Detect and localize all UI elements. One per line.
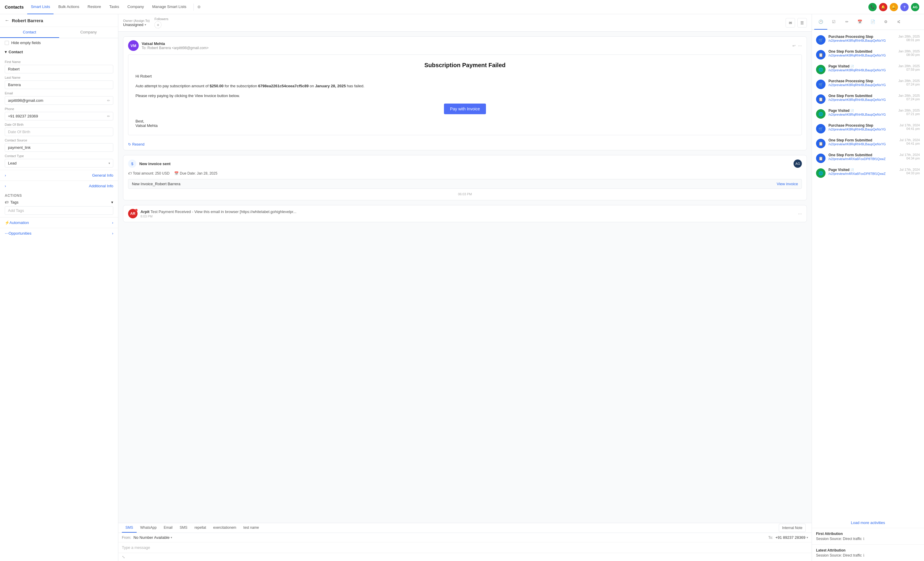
pencil-icon[interactable]: ✏	[840, 14, 853, 30]
email-body: Subscription Payment Failed Hi Robert Au…	[123, 54, 807, 140]
notes-icon[interactable]: ☑	[827, 14, 840, 30]
phone-label: Phone	[5, 107, 113, 111]
contact-source-label: Contact Source	[5, 138, 113, 142]
latest-attribution-session: Session Source: Direct traffic ℹ	[816, 553, 920, 558]
tab-company[interactable]: Company	[59, 27, 118, 38]
test-payment-row: AR Arpit Test Payment Received - View th…	[123, 205, 807, 222]
compose-tab-sms2[interactable]: SMS	[176, 523, 191, 532]
more-options-icon[interactable]: ⋯	[798, 44, 802, 48]
dob-input[interactable]: Date Of Birth	[5, 128, 113, 136]
activity-link[interactable]: /v2/preview/m4RXa6FoxDP8TBf1QxwZ	[828, 172, 890, 176]
email-greeting: Hi Robert	[135, 74, 795, 80]
email-edit-icon[interactable]: ✏	[107, 99, 110, 103]
calendar-icon[interactable]: 📅	[853, 14, 866, 30]
pay-with-invoice-button[interactable]: Pay with Invoice	[444, 104, 486, 114]
latest-attribution-title: Latest Attribution	[816, 548, 920, 552]
branch-icon[interactable]: ⑆	[892, 14, 905, 30]
compose-tab-repellat[interactable]: repellat	[191, 523, 209, 532]
email-sender-name: Vatsal Mehta	[142, 41, 208, 46]
tab-manage-smart-lists[interactable]: Manage Smart Lists	[148, 0, 190, 14]
additional-info-label: Additional Info	[89, 184, 113, 188]
invoice-link-name: New Invoice_Robert Barrera	[132, 182, 180, 186]
invoice-dollar-icon: $	[128, 159, 136, 168]
additional-info-header[interactable]: › Additional Info	[0, 181, 118, 191]
email-sender-info: Vatsal Mehta To: Robert Barrera <arpittt…	[142, 41, 208, 50]
compose-tab-sms[interactable]: SMS	[122, 523, 136, 532]
automation-header[interactable]: ⚡ Automation ›	[0, 218, 118, 228]
tab-bulk-actions[interactable]: Bulk Actions	[55, 0, 83, 14]
email-input[interactable]: arpittt98@gmail.com ✏	[5, 96, 113, 105]
activity-content: Purchase Processing Step /v2/preview/rK8…	[828, 123, 890, 131]
nav-notification-icon[interactable]: 🔔	[879, 3, 887, 11]
compose-tab-exercitationem[interactable]: exercitationem	[210, 523, 240, 532]
reply-icon[interactable]: ↩	[792, 44, 796, 48]
activity-link[interactable]: /v2/preview/rK8RqRhH9LBaupQeNxYG	[828, 68, 890, 72]
first-name-label: First Name	[5, 60, 113, 64]
tab-company[interactable]: Company	[124, 0, 148, 14]
invoice-amount-icon: 🏷	[128, 171, 132, 176]
nav-bell-icon[interactable]: 🔔	[890, 3, 898, 11]
user-avatar[interactable]: AG	[911, 3, 919, 11]
activity-link[interactable]: /v2/preview/rK8RqRhH9LBaupQeNxYG	[828, 128, 890, 131]
compose-to-dropdown[interactable]: +91 89237 28369 ▾	[775, 535, 808, 540]
email-card-actions[interactable]: ↩ ⋯	[792, 44, 802, 48]
tab-restore[interactable]: Restore	[84, 0, 105, 14]
first-name-input[interactable]: Robert	[5, 65, 113, 74]
email-body-text: Auto attempt to pay subscription amount …	[135, 83, 795, 89]
tab-contact[interactable]: Contact	[0, 27, 59, 38]
dob-label: Date Of Birth	[5, 123, 113, 126]
tags-input[interactable]: Add Tags	[5, 206, 113, 215]
doc-icon: 📄	[850, 65, 854, 68]
tab-tasks[interactable]: Tasks	[106, 0, 123, 14]
load-more-button[interactable]: Load more activities	[812, 517, 924, 528]
compose-tab-whatsapp[interactable]: WhatsApp	[136, 523, 160, 532]
filter-action-icon[interactable]: ☰	[797, 18, 807, 27]
owner-assign-dropdown[interactable]: Unassigned ▾	[123, 23, 150, 27]
email-action-icon[interactable]: ✉	[786, 18, 795, 27]
invoice-details: 🏷 Total amount: 250 USD 📅 Due Date: Jan …	[128, 170, 802, 177]
test-payment-preview: - View this email in browser [https://wh…	[192, 209, 296, 214]
tags-dropdown-icon[interactable]: ▾	[111, 200, 113, 205]
activity-link[interactable]: /v2/preview/rK8RqRhH9LBaupQeNxYG	[828, 39, 890, 42]
last-name-input[interactable]: Barrera	[5, 80, 113, 89]
nav-phone-icon[interactable]: 📞	[868, 3, 877, 11]
contact-section-header[interactable]: ▾ Contact	[0, 47, 118, 57]
document-icon[interactable]: 📄	[866, 14, 879, 30]
email-subject: Subscription Payment Failed	[135, 62, 795, 69]
last-name-label: Last Name	[5, 76, 113, 79]
back-arrow-icon[interactable]: ←	[5, 18, 9, 23]
contact-type-select[interactable]: Lead ▾	[5, 159, 113, 167]
compose-tab-email[interactable]: Email	[160, 523, 176, 532]
view-invoice-button[interactable]: View invoice	[777, 182, 798, 186]
resend-button[interactable]: ↻ Resend	[128, 142, 802, 146]
phone-input[interactable]: +91 89237 28369 ✏	[5, 112, 113, 120]
settings-icon[interactable]: ⚙	[879, 14, 892, 30]
test-payment-more-icon[interactable]: ⋯	[798, 212, 802, 216]
right-icons-row: 🕐 ☑ ✏ 📅 📄 ⚙ ⑆	[812, 14, 924, 30]
general-info-header[interactable]: › General Info	[0, 170, 118, 180]
email-body-text2: Please retry paying by clicking the View…	[135, 93, 795, 99]
compose-tabs: SMS WhatsApp Email SMS repellat exercita…	[118, 523, 812, 533]
activity-link[interactable]: /v2/preview/rK8RqRhH9LBaupQeNxYG	[828, 113, 890, 116]
compose-from-dropdown[interactable]: No Number Available ▾	[134, 535, 172, 540]
opportunities-header[interactable]: ⋯ Opportunities ›	[0, 228, 118, 239]
compose-message-input[interactable]: Type a message	[118, 542, 812, 553]
settings-gear-icon[interactable]: ⚙	[197, 5, 201, 9]
activity-link[interactable]: /v2/preview/m4RXa6FoxDP8TBf1QxwZ	[828, 157, 890, 161]
followers-add-button[interactable]: +	[154, 21, 162, 29]
activity-link[interactable]: /v2/preview/rK8RqRhH9LBaupQeNxYG	[828, 54, 890, 57]
activity-timeline-icon[interactable]: 🕐	[814, 14, 827, 30]
top-nav-right: 📞 🔔 🔔 ? AG	[868, 3, 919, 11]
activity-link[interactable]: /v2/preview/rK8RqRhH9LBaupQeNxYG	[828, 98, 890, 101]
contact-source-input[interactable]: payment_link	[5, 143, 113, 152]
phone-edit-icon[interactable]: ✏	[107, 114, 110, 118]
compose-tab-test-name[interactable]: test name	[240, 523, 262, 532]
internal-note-button[interactable]: Internal Note	[779, 524, 806, 532]
activity-link[interactable]: /v2/preview/rK8RqRhH9LBaupQeNxYG	[828, 142, 890, 146]
nav-help-icon[interactable]: ?	[900, 3, 909, 11]
activity-type-icon: 🌐	[816, 168, 825, 178]
tab-smart-lists[interactable]: Smart Lists	[27, 0, 54, 14]
hide-empty-checkbox[interactable]	[5, 41, 9, 45]
activity-link[interactable]: /v2/preview/rK8RqRhH9LBaupQeNxYG	[828, 83, 890, 87]
automation-section: ⚡ Automation ›	[0, 217, 118, 228]
